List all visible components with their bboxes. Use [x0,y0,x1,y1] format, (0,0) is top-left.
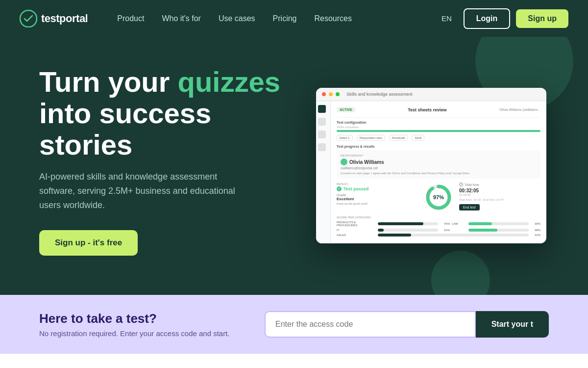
result-value: Test passed [343,186,368,191]
mockup-respondent: Olivia Williams (owilliams... [499,108,540,111]
dot-green [336,92,340,96]
divider-1 [337,117,540,118]
actions-row: Dates 1 Respondent view Download Send [337,135,540,141]
action-download[interactable]: Download [389,135,408,141]
nav-who[interactable]: Who it's for [154,10,209,27]
grade-row: Grade Excellent [337,193,418,201]
login-button[interactable]: Login [464,8,511,29]
score-row-0: PRODUCTS & PROCEDURES 76% LAW 39% [337,221,540,227]
nav-right: EN Login Sign up [436,8,568,29]
mockup-body: ACTIVE Test sheets review Olivia William… [316,101,546,243]
action-send[interactable]: Send [412,135,424,141]
score-pct-1: 10% [440,229,450,232]
score-fill-2 [378,234,411,237]
end-test-btn-area: End test [459,204,540,210]
hero-title-suffix: into success stories [39,97,211,160]
grade-label: Grade [337,193,346,197]
nav-links: Product Who it's for Use cases Pricing R… [109,10,424,27]
bottom-section: Create online tests, quizzes and exams [0,354,588,368]
access-description: No registration required. Enter your acc… [39,329,245,338]
progress-label: Test progress & results [337,145,540,148]
svg-line-6 [461,185,462,185]
svg-point-0 [20,10,37,27]
sidebar-icon-4 [318,143,326,151]
score-pct-empty: 48% [531,229,540,232]
donut-chart: 97% [424,183,453,212]
score-cat-0: PRODUCTS & PROCEDURES [337,221,376,227]
time-details: Start time: 10:15 End time: 10:47 [459,198,540,201]
respondent-email: owilliams@testportal.net [341,166,537,170]
mockup-sheet-title: Test sheets review [408,107,446,112]
respondent-section: RESPONDENT Olivia Williams owilliams@tes… [337,150,540,179]
dot-red [322,92,326,96]
deco-circle-2 [431,251,490,295]
nav-usecases[interactable]: Use cases [211,10,263,27]
end-label: End time [483,198,495,201]
hero-title-prefix: Turn your [39,66,170,98]
navbar: testportal Product Who it's for Use case… [0,0,588,37]
score-cat-law: LAW [452,222,466,225]
score-fill-law [468,222,492,225]
access-code-input[interactable] [265,311,476,338]
check-icon: ✓ [337,186,342,191]
access-text: Here to take a test? No registration req… [39,311,245,338]
end-value: 10:47 [496,198,504,201]
config-label: Test configuration [337,121,540,124]
access-submit-button[interactable]: Start your t [476,311,549,338]
hero-visual: Skills and knowledge assessment ACTIVE T… [294,78,568,243]
start-value: 10:15 [473,198,481,201]
hero-title-highlight: quizzes [177,66,280,98]
sidebar-icon-3 [318,131,326,138]
brand-name: testportal [41,12,88,25]
score-pct-2: 22% [531,234,540,237]
sidebar-icon-2 [318,118,326,126]
score-fill-0 [378,222,423,225]
logo[interactable]: testportal [20,10,88,27]
hero-section: Turn your quizzes into success stories A… [0,37,588,295]
start-label: Start time [459,198,472,201]
score-label: SCORE PER CATEGORY [337,216,540,219]
dot-yellow [329,92,333,96]
mockup-sidebar [316,101,331,243]
completed-text: 100% completed [337,126,540,129]
access-title: Here to take a test? [39,311,245,326]
result-col: RESULT ✓ Test passed Grade Excellent Kee… [337,183,418,212]
mockup-main: ACTIVE Test sheets review Olivia William… [331,101,546,243]
nav-resources[interactable]: Resources [307,10,360,27]
score-pct-law: 39% [531,222,540,225]
score-cat-2: SALES [337,234,376,237]
timer-meta: 01:30:00 [459,193,540,196]
progress-bar [337,130,540,132]
end-test-button[interactable]: End test [459,204,480,210]
consent-text: Consent on start page: I agree with the … [341,172,537,175]
score-fill-1 [378,229,384,232]
hero-description: AI-powered skills and knowledge assessme… [39,170,245,212]
mockup-badge: ACTIVE [337,107,355,112]
grade-value: Excellent [337,197,354,201]
score-row-2: SALES 22% [337,234,540,237]
action-respondent-view[interactable]: Respondent view [357,135,385,141]
avatar [341,158,347,165]
logo-icon [20,10,37,27]
hero-content: Turn your quizzes into success stories A… [39,66,294,256]
respondent-section-label: RESPONDENT [341,154,537,157]
score-pct-0: 76% [440,222,450,225]
svg-text:97%: 97% [433,194,444,200]
hero-title: Turn your quizzes into success stories [39,66,294,160]
lang-selector[interactable]: EN [436,11,458,26]
nav-pricing[interactable]: Pricing [265,10,305,27]
access-input-area: Start your t [265,311,549,338]
score-fill-empty [468,229,497,232]
donut-area: 97% [424,183,453,212]
mockup-header: Skills and knowledge assessment [316,88,546,101]
score-row-1: IT 10% 48% [337,229,540,232]
action-dates[interactable]: Dates 1 [337,135,353,141]
hero-cta-button[interactable]: Sign up - it's free [39,230,138,256]
signup-button[interactable]: Sign up [516,9,568,28]
timer-value: 00:32:05 [459,188,540,193]
desc-grade: Keep up the good work! [337,202,418,205]
sidebar-icon-1 [318,105,326,113]
timer-label: Total time [459,183,540,186]
result-passed: ✓ Test passed [337,186,418,191]
nav-product[interactable]: Product [109,10,152,27]
